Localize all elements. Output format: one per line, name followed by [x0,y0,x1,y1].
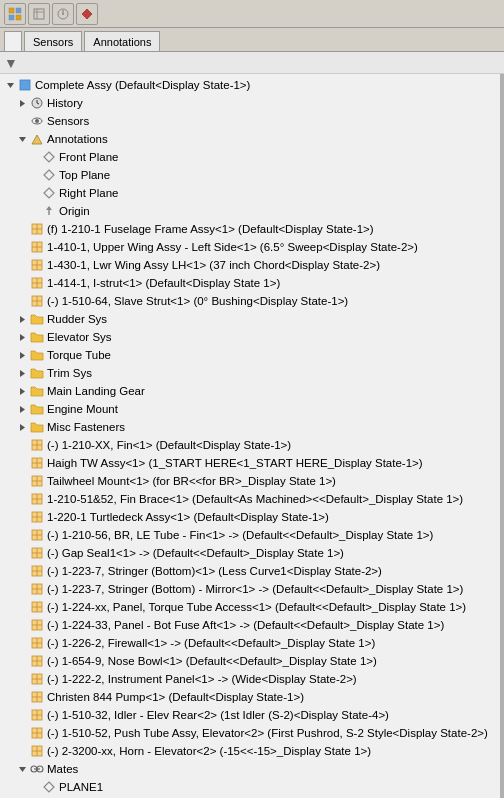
tree-item-33[interactable]: (-) 1-222-2, Instrument Panel<1> -> (Wid… [0,670,500,688]
item-icon-9 [29,239,45,255]
item-label-2: Sensors [47,115,89,127]
item-label-32: (-) 1-654-9, Nose Bowl<1> (Default<<Defa… [47,655,377,667]
tree-item-22[interactable]: Tailwheel Mount<1> (for BR<<for BR>_Disp… [0,472,500,490]
tree-item-20[interactable]: (-) 1-210-XX, Fin<1> (Default<Display St… [0,436,500,454]
expand-icon-3[interactable] [16,133,28,145]
expand-icon-17[interactable] [16,385,28,397]
tree-item-37[interactable]: (-) 2-3200-xx, Horn - Elevator<2> (-15<<… [0,742,500,760]
expand-icon-2 [16,115,28,127]
tree-item-11[interactable]: 1-414-1, I-strut<1> (Default<Display Sta… [0,274,500,292]
svg-marker-19 [32,135,42,144]
tree-item-5[interactable]: Top Plane [0,166,500,184]
expand-icon-19[interactable] [16,421,28,433]
expand-icon-8 [16,223,28,235]
tab-annotations[interactable]: Annotations [84,31,160,51]
tree-item-14[interactable]: Elevator Sys [0,328,500,346]
expand-icon-36 [16,727,28,739]
expand-icon-18[interactable] [16,403,28,415]
tree-item-24[interactable]: 1-220-1 Turtledeck Assy<1> (Default<Disp… [0,508,500,526]
item-label-21: Haigh TW Assy<1> (1_START HERE<1_START H… [47,457,423,469]
tree-item-27[interactable]: (-) 1-223-7, Stringer (Bottom)<1> (Less … [0,562,500,580]
item-label-39: PLANE1 [59,781,103,793]
tree-item-9[interactable]: 1-410-1, Upper Wing Assy - Left Side<1> … [0,238,500,256]
toolbar-btn-1[interactable] [4,3,26,25]
tree-item-29[interactable]: (-) 1-224-xx, Panel, Torque Tube Access<… [0,598,500,616]
expand-icon-10 [16,259,28,271]
item-icon-5 [41,167,57,183]
item-icon-24 [29,509,45,525]
filter-icon: ▼ [4,55,18,71]
tree-item-17[interactable]: Main Landing Gear [0,382,500,400]
tree-item-7[interactable]: Origin [0,202,500,220]
expand-icon-11 [16,277,28,289]
item-icon-17 [29,383,45,399]
tree-item-31[interactable]: (-) 1-226-2, Firewall<1> -> (Default<<De… [0,634,500,652]
item-label-26: (-) Gap Seal1<1> -> (Default<<Default>_D… [47,547,344,559]
item-icon-30 [29,617,45,633]
tree-item-21[interactable]: Haigh TW Assy<1> (1_START HERE<1_START H… [0,454,500,472]
expand-icon-0[interactable] [4,79,16,91]
tree-item-6[interactable]: Right Plane [0,184,500,202]
tree-container[interactable]: Complete Assy (Default<Display State-1>)… [0,74,504,798]
expand-icon-16[interactable] [16,367,28,379]
item-label-10: 1-430-1, Lwr Wing Assy LH<1> (37 inch Ch… [47,259,380,271]
tree-item-23[interactable]: 1-210-51&52, Fin Brace<1> (Default<As Ma… [0,490,500,508]
svg-rect-11 [20,80,30,90]
item-icon-25 [29,527,45,543]
item-icon-10 [29,257,45,273]
tree-item-4[interactable]: Front Plane [0,148,500,166]
expand-icon-13[interactable] [16,313,28,325]
tree-item-10[interactable]: 1-430-1, Lwr Wing Assy LH<1> (37 inch Ch… [0,256,500,274]
tree-item-30[interactable]: (-) 1-224-33, Panel - Bot Fuse Aft<1> ->… [0,616,500,634]
toolbar-btn-3[interactable] [52,3,74,25]
tab-sensors[interactable]: Sensors [24,31,82,51]
tree-item-3[interactable]: Annotations [0,130,500,148]
expand-icon-4 [28,151,40,163]
item-icon-22 [29,473,45,489]
toolbar-btn-4[interactable] [76,3,98,25]
tree-item-2[interactable]: Sensors [0,112,500,130]
expand-icon-14[interactable] [16,331,28,343]
item-icon-3 [29,131,45,147]
tree-item-25[interactable]: (-) 1-210-56, BR, LE Tube - Fin<1> -> (D… [0,526,500,544]
item-icon-16 [29,365,45,381]
item-label-8: (f) 1-210-1 Fuselage Frame Assy<1> (Defa… [47,223,374,235]
expand-icon-27 [16,565,28,577]
tree-item-39[interactable]: PLANE1 [0,778,500,796]
svg-marker-18 [19,137,26,142]
item-label-30: (-) 1-224-33, Panel - Bot Fuse Aft<1> ->… [47,619,444,631]
expand-icon-38[interactable] [16,763,28,775]
tree-item-12[interactable]: (-) 1-510-64, Slave Strut<1> (0° Bushing… [0,292,500,310]
tree-item-36[interactable]: (-) 1-510-52, Push Tube Assy, Elevator<2… [0,724,500,742]
svg-marker-40 [20,316,25,323]
tree-item-34[interactable]: Christen 844 Pump<1> (Default<Display St… [0,688,500,706]
svg-marker-46 [20,424,25,431]
tab-history[interactable] [4,31,22,51]
svg-marker-21 [44,170,54,180]
item-label-33: (-) 1-222-2, Instrument Panel<1> -> (Wid… [47,673,357,685]
item-icon-37 [29,743,45,759]
item-label-27: (-) 1-223-7, Stringer (Bottom)<1> (Less … [47,565,382,577]
tree-item-26[interactable]: (-) Gap Seal1<1> -> (Default<<Default>_D… [0,544,500,562]
tree-item-15[interactable]: Torque Tube [0,346,500,364]
tree-item-18[interactable]: Engine Mount [0,400,500,418]
tree-item-38[interactable]: Mates [0,760,500,778]
tree-item-28[interactable]: (-) 1-223-7, Stringer (Bottom) - Mirror<… [0,580,500,598]
tree-item-0[interactable]: Complete Assy (Default<Display State-1>) [0,76,500,94]
tree-item-8[interactable]: (f) 1-210-1 Fuselage Frame Assy<1> (Defa… [0,220,500,238]
toolbar-btn-2[interactable] [28,3,50,25]
tree-item-35[interactable]: (-) 1-510-32, Idler - Elev Rear<2> (1st … [0,706,500,724]
item-label-12: (-) 1-510-64, Slave Strut<1> (0° Bushing… [47,295,348,307]
expand-icon-1[interactable] [16,97,28,109]
expand-icon-22 [16,475,28,487]
item-label-35: (-) 1-510-32, Idler - Elev Rear<2> (1st … [47,709,389,721]
svg-point-17 [35,119,39,123]
tree-item-32[interactable]: (-) 1-654-9, Nose Bowl<1> (Default<<Defa… [0,652,500,670]
tree-item-16[interactable]: Trim Sys [0,364,500,382]
tree-item-13[interactable]: Rudder Sys [0,310,500,328]
item-label-6: Right Plane [59,187,118,199]
expand-icon-15[interactable] [16,349,28,361]
tree-item-19[interactable]: Misc Fasteners [0,418,500,436]
tree-item-1[interactable]: History [0,94,500,112]
item-label-36: (-) 1-510-52, Push Tube Assy, Elevator<2… [47,727,488,739]
